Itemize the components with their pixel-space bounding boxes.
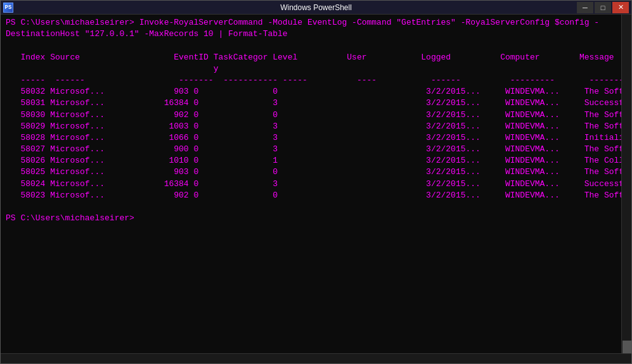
table-row: 58029 Microsof... 1003 0 3 3/2/2015... W…: [6, 122, 631, 131]
powershell-window: PS Windows PowerShell ─ □ ✕ PS C:\Users\…: [0, 0, 632, 364]
restore-button[interactable]: □: [595, 2, 611, 13]
table-row: 58032 Microsof... 903 0 0 3/2/2015... WI…: [6, 87, 631, 96]
prompt-line: PS C:\Users\michaelseirer>: [6, 213, 134, 223]
scrollbar-thumb[interactable]: [622, 341, 631, 353]
table-header-y: y: [6, 64, 218, 73]
window-controls: ─ □ ✕: [577, 2, 629, 13]
table-row: 58023 Microsof... 902 0 0 3/2/2015... WI…: [6, 191, 631, 200]
command-line: PS C:\Users\michaelseirer> Invoke-RoyalS…: [6, 18, 599, 39]
terminal-output[interactable]: PS C:\Users\michaelseirer> Invoke-RoyalS…: [1, 15, 631, 355]
close-button[interactable]: ✕: [612, 2, 629, 13]
powershell-icon: PS: [3, 3, 13, 13]
window-title: Windows PowerShell: [280, 3, 352, 12]
table-row: 58027 Microsof... 900 0 3 3/2/2015... WI…: [6, 144, 631, 154]
table-row: 58030 Microsof... 902 0 0 3/2/2015... WI…: [6, 110, 631, 120]
scrollbar[interactable]: [621, 15, 631, 353]
table-row: 58025 Microsof... 903 0 0 3/2/2015... WI…: [6, 167, 631, 177]
status-bar: [1, 353, 631, 363]
title-bar: PS Windows PowerShell ─ □ ✕: [1, 1, 631, 15]
table-header: Index Source EventID TaskCategor Level U…: [6, 53, 631, 62]
table-row: 58028 Microsof... 1066 0 3 3/2/2015... W…: [6, 133, 631, 142]
title-bar-left: PS: [3, 3, 13, 13]
table-row: 58026 Microsof... 1010 0 1 3/2/2015... W…: [6, 156, 631, 165]
table-row: 58031 Microsof... 16384 0 3 3/2/2015... …: [6, 98, 631, 108]
table-separator: ----- ------ ------- ----------- ----- -…: [6, 75, 631, 85]
table-row: 58024 Microsof... 16384 0 3 3/2/2015... …: [6, 179, 631, 189]
minimize-button[interactable]: ─: [577, 2, 593, 13]
